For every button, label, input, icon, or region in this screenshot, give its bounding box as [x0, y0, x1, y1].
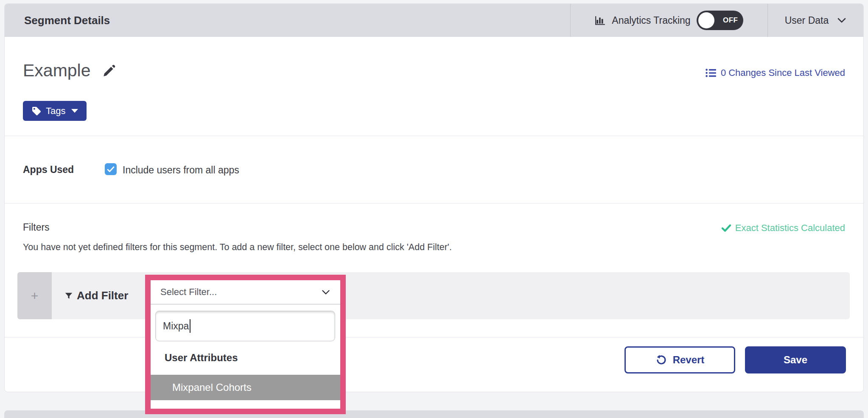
filters-description: You have not yet defined filters for thi… — [23, 242, 452, 253]
user-data-dropdown[interactable]: User Data — [767, 4, 863, 37]
toggle-state-label: OFF — [718, 16, 743, 25]
undo-icon — [655, 354, 667, 366]
apps-used-label: Apps Used — [23, 164, 74, 176]
check-icon — [107, 166, 115, 173]
segment-details-page: { "header": { "title": "Segment Details"… — [0, 0, 868, 418]
text-cursor — [190, 319, 190, 333]
toggle-knob — [698, 12, 714, 28]
tag-icon — [31, 106, 42, 116]
save-button-label: Save — [784, 354, 807, 366]
section-divider — [5, 203, 863, 203]
filters-heading: Filters — [23, 222, 50, 233]
revert-button-label: Revert — [673, 354, 705, 366]
success-check-icon — [721, 224, 731, 232]
user-data-label: User Data — [785, 15, 829, 26]
filter-select[interactable]: Select Filter... — [151, 280, 340, 304]
filter-search-value: Mixpa — [163, 320, 189, 332]
filter-dropdown-panel: Mixpa User Attributes Mixpanel Cohorts — [151, 304, 340, 408]
filter-select-placeholder: Select Filter... — [160, 287, 217, 298]
next-section-header — [4, 410, 864, 418]
revert-button[interactable]: Revert — [624, 346, 735, 373]
segment-title-row: Example — [23, 61, 116, 81]
add-filter-group: Add Filter — [64, 272, 128, 319]
filter-search-input[interactable]: Mixpa — [155, 311, 335, 341]
section-divider — [5, 337, 863, 337]
add-filter-row: + Add Filter — [17, 272, 850, 319]
dropdown-option-mixpanel-cohorts[interactable]: Mixpanel Cohorts — [151, 375, 340, 400]
chevron-down-icon — [322, 290, 330, 295]
card-header: Segment Details Analytics Tracking OFF U… — [5, 4, 863, 37]
analytics-tracking-toggle[interactable]: OFF — [697, 11, 743, 30]
segment-details-card: Segment Details Analytics Tracking OFF U… — [4, 3, 864, 392]
segment-name: Example — [23, 61, 91, 81]
analytics-tracking-label: Analytics Tracking — [612, 15, 690, 26]
add-filter-plus-button[interactable]: + — [17, 272, 52, 319]
include-all-apps-label: Include users from all apps — [123, 164, 239, 176]
bar-chart-icon — [595, 15, 606, 26]
caret-down-icon — [71, 109, 78, 113]
plus-icon: + — [31, 289, 39, 303]
tags-button[interactable]: Tags — [23, 101, 87, 121]
tags-button-label: Tags — [46, 106, 65, 117]
edit-pencil-icon[interactable] — [102, 64, 116, 78]
changes-since-last-viewed-link[interactable]: 0 Changes Since Last Viewed — [706, 67, 845, 78]
dropdown-group-header: User Attributes — [165, 352, 238, 364]
exact-statistics-status: Exact Statistics Calculated — [721, 223, 845, 234]
changes-link-label: 0 Changes Since Last Viewed — [721, 67, 845, 78]
changes-list-icon — [706, 68, 717, 78]
section-divider — [5, 136, 863, 136]
exact-statistics-label: Exact Statistics Calculated — [735, 223, 845, 234]
highlight-annotation-box: Select Filter... Mixpa User Attributes M… — [145, 275, 346, 414]
analytics-tracking-group: Analytics Tracking OFF — [570, 4, 767, 37]
add-filter-label: Add Filter — [77, 289, 128, 302]
chevron-down-icon — [837, 17, 846, 23]
page-title: Segment Details — [5, 14, 570, 27]
include-all-apps-checkbox[interactable] — [105, 163, 117, 175]
filter-funnel-icon — [64, 291, 73, 301]
save-button[interactable]: Save — [745, 346, 846, 373]
